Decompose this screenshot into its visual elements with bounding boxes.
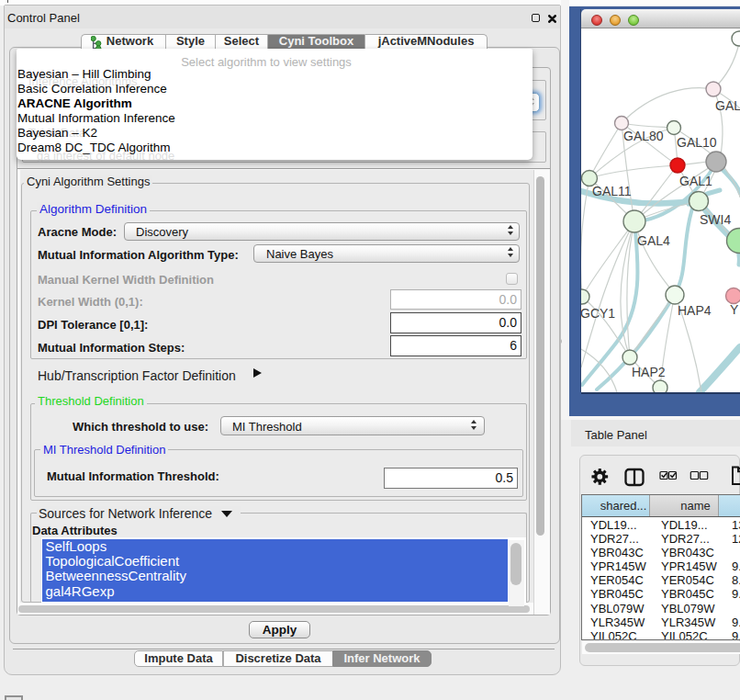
svg-text:GAL80: GAL80 xyxy=(623,129,664,143)
svg-text:Y: Y xyxy=(730,302,739,317)
svg-text:HAP2: HAP2 xyxy=(632,365,666,379)
svg-text:GAL4: GAL4 xyxy=(637,233,670,248)
svg-text:GAL: GAL xyxy=(715,98,740,113)
svg-text:GAL1: GAL1 xyxy=(679,174,712,188)
svg-text:SWI4: SWI4 xyxy=(700,212,731,227)
svg-text:GCY1: GCY1 xyxy=(581,306,615,321)
svg-text:HAP4: HAP4 xyxy=(678,303,712,318)
svg-text:GAL10: GAL10 xyxy=(677,135,717,150)
svg-text:GAL11: GAL11 xyxy=(592,184,632,198)
